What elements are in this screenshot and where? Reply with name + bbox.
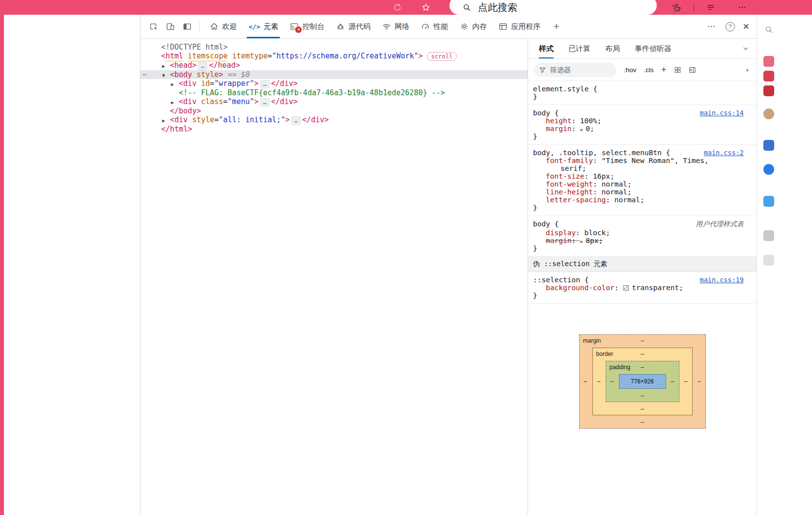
css-selector[interactable]: element.style { [533,85,597,93]
margin-bottom-value[interactable]: – [641,419,644,426]
devtools-tab-code[interactable]: </>元素 [243,15,284,38]
expand-ellipsis-button[interactable]: … [260,98,270,107]
dom-node-line[interactable]: </html> [140,125,528,134]
devtools-tab-gear[interactable]: 内存 [454,15,493,38]
close-devtools-icon[interactable]: ✕ [741,22,752,32]
expander-arrow-icon[interactable]: ▶ [171,81,179,87]
styles-tab[interactable]: 样式 [539,39,554,58]
devtools-tab-app[interactable]: 应用程序 [493,15,546,38]
expander-arrow-icon[interactable]: ▶ [171,100,179,105]
box-model-content[interactable]: 776×926 [619,374,666,389]
expander-arrow-icon[interactable]: ▶ [162,63,170,69]
styles-tab[interactable]: 布局 [605,39,620,58]
new-style-rule-button[interactable]: + [661,64,667,75]
browser-menu-icon[interactable] [737,2,748,13]
css-declaration[interactable]: background-color: transparent; [528,284,756,292]
css-declaration[interactable]: margin: ▶8px; [528,237,756,244]
box-model-padding[interactable]: padding – – – – 776×926 [606,361,679,402]
sidebar-search-icon[interactable] [763,24,774,35]
dom-node-line[interactable]: ▶<div style="all: initial;">…</div> [140,115,528,125]
styles-tab[interactable]: 已计算 [568,39,590,58]
computed-panel-toggle-icon[interactable] [689,66,696,74]
grid-options-icon[interactable] [674,66,681,74]
devtools-tab-bug[interactable]: 源代码 [330,15,376,38]
help-icon[interactable]: ? [726,22,735,31]
dom-node-line[interactable]: ▶<div id="wrapper">…</div> [140,79,528,88]
extensions-icon[interactable] [671,2,682,13]
padding-left-value[interactable]: – [611,378,614,385]
style-filter-input[interactable] [549,65,605,74]
sidebar-app-1-icon[interactable] [763,56,774,67]
expand-ellipsis-button[interactable]: … [198,62,207,70]
sidebar-app-8-icon[interactable] [763,230,774,241]
box-model-border[interactable]: border – – – – padding – – – [592,348,693,415]
toggle-class-button[interactable]: .cls [644,66,654,74]
sidebar-app-6-icon[interactable] [763,164,774,175]
scroll-up-icon[interactable]: ▲ [745,67,751,72]
reload-icon[interactable] [392,2,403,13]
sidebar-app-9-icon[interactable] [763,255,774,266]
css-selector[interactable]: body { [533,220,559,228]
box-model-margin[interactable]: margin – – – – border – – – – [579,334,706,429]
scroll-badge[interactable]: scroll [427,52,457,61]
stylesheet-link[interactable]: main.css:14 [700,109,744,117]
sidebar-app-7-icon[interactable] [763,196,774,207]
style-filter-field[interactable] [534,63,616,77]
devtools-tab-home[interactable]: 欢迎 [204,15,243,38]
css-declaration[interactable]: line-height: normal; [528,188,756,196]
styles-tab[interactable]: 事件侦听器 [635,39,672,58]
margin-top-value[interactable]: – [641,337,644,344]
color-swatch[interactable] [623,285,629,291]
more-tools-button[interactable]: + [546,21,566,32]
search-bar[interactable]: 点此搜索 [449,0,657,15]
dom-node-line[interactable]: </body> [140,107,528,115]
dock-side-icon[interactable] [179,18,196,35]
chevron-down-icon[interactable] [735,39,756,58]
expand-shorthand-icon[interactable]: ▶ [581,239,583,244]
css-selector[interactable]: body, .tooltip, select.menuBtn { [533,149,670,157]
dom-node-line[interactable]: ▶<div class="menu">…</div> [140,97,528,107]
expander-arrow-icon[interactable]: ▶ [162,118,170,123]
margin-right-value[interactable]: – [698,378,701,385]
devtools-menu-icon[interactable] [703,18,720,35]
expand-ellipsis-button[interactable]: … [260,80,270,88]
dom-node-line[interactable]: <!DOCTYPE html> [140,43,528,52]
devtools-tab-console[interactable]: ×控制台 [284,15,330,38]
css-selector[interactable]: body { [533,109,559,117]
inspect-element-icon[interactable] [145,18,162,35]
css-selector[interactable]: ::selection { [533,276,589,284]
border-right-value[interactable]: – [684,378,688,385]
stylesheet-link[interactable]: main.css:19 [700,276,744,284]
css-declaration[interactable]: display: block; [528,229,756,237]
sidebar-app-3-icon[interactable] [763,85,774,96]
border-bottom-value[interactable]: – [641,406,644,412]
css-declaration[interactable]: height: 100%; [528,117,756,125]
device-emulation-icon[interactable] [162,18,179,35]
dom-node-line[interactable]: <html itemscope itemtype="https://schema… [140,52,528,61]
css-declaration[interactable]: font-size: 16px; [528,172,756,180]
dom-node-line[interactable]: ▶<head>…</head> [140,61,528,70]
css-declaration[interactable]: font-family: "Times New Roman", Times, [528,157,756,164]
css-declaration[interactable]: font-weight: normal; [528,180,756,188]
border-top-value[interactable]: – [641,351,644,357]
padding-top-value[interactable]: – [641,364,644,371]
dom-node-line[interactable]: ⋯▼<body style> == $0 [140,70,528,79]
css-declaration[interactable]: margin: ▶0; [528,125,756,133]
toggle-hover-state-button[interactable]: :hov [624,66,637,74]
node-more-actions-button[interactable]: ⋯ [142,70,147,79]
favorites-star-icon[interactable] [420,2,431,13]
padding-right-value[interactable]: – [671,378,674,385]
border-left-value[interactable]: – [597,378,601,385]
sidebar-app-4-icon[interactable] [763,108,774,119]
stylesheet-link[interactable]: main.css:2 [704,149,744,157]
dom-node-line[interactable]: <!-- FLAG: BaseCTF{ecf4a9fb-4da7-46a3-b1… [140,88,528,97]
collections-icon[interactable] [705,2,716,13]
devtools-tab-wifi[interactable]: 网络 [376,15,415,38]
margin-left-value[interactable]: – [584,378,588,385]
expand-ellipsis-button[interactable]: … [291,116,301,125]
sidebar-app-2-icon[interactable] [763,71,774,81]
expander-arrow-icon[interactable]: ▼ [162,73,170,78]
padding-bottom-value[interactable]: – [641,392,644,399]
expand-shorthand-icon[interactable]: ▶ [581,127,583,132]
css-declaration[interactable]: letter-spacing: normal; [528,196,756,204]
